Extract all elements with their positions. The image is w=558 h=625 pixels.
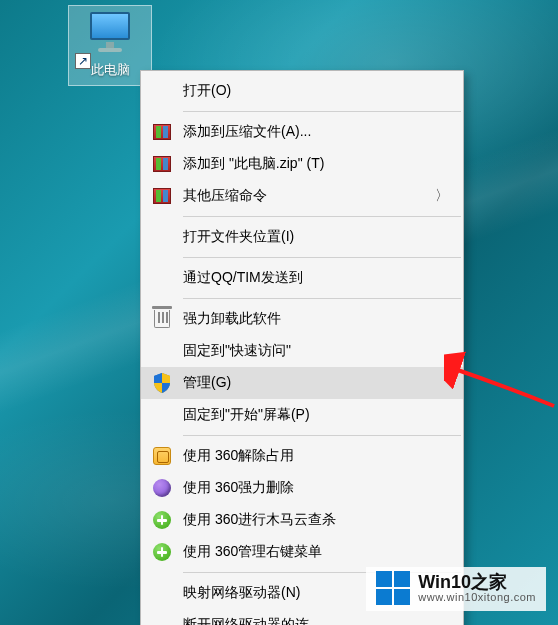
menu-360-unlock[interactable]: 使用 360解除占用 [141, 440, 463, 472]
separator [183, 216, 461, 217]
shield-icon [151, 372, 173, 394]
archive-icon [151, 153, 173, 175]
360-plus-icon [151, 509, 173, 531]
windows-logo-icon [376, 571, 410, 605]
context-menu: 打开(O) 添加到压缩文件(A)... 添加到 "此电脑.zip" (T) 其他… [140, 70, 464, 625]
menu-pin-to-start[interactable]: 固定到"开始"屏幕(P) [141, 399, 463, 431]
watermark-url: www.win10xitong.com [418, 592, 536, 604]
separator [183, 435, 461, 436]
menu-add-to-archive[interactable]: 添加到压缩文件(A)... [141, 116, 463, 148]
menu-other-archive[interactable]: 其他压缩命令 〉 [141, 180, 463, 212]
360-orb-icon [151, 477, 173, 499]
menu-manage[interactable]: 管理(G) [141, 367, 463, 399]
watermark-title: Win10之家 [418, 573, 536, 592]
menu-add-to-zip[interactable]: 添加到 "此电脑.zip" (T) [141, 148, 463, 180]
menu-open[interactable]: 打开(O) [141, 75, 463, 107]
menu-send-via-qq[interactable]: 通过QQ/TIM发送到 [141, 262, 463, 294]
menu-force-uninstall[interactable]: 强力卸载此软件 [141, 303, 463, 335]
watermark: Win10之家 www.win10xitong.com [366, 567, 546, 611]
menu-open-folder-location[interactable]: 打开文件夹位置(I) [141, 221, 463, 253]
trash-icon [151, 308, 173, 330]
separator [183, 298, 461, 299]
menu-360-force-delete[interactable]: 使用 360强力删除 [141, 472, 463, 504]
archive-icon [151, 121, 173, 143]
menu-360-cloud-scan[interactable]: 使用 360进行木马云查杀 [141, 504, 463, 536]
menu-disconnect-network-drive[interactable]: 断开网络驱动器的连 [141, 609, 463, 625]
menu-pin-quick-access[interactable]: 固定到"快速访问" [141, 335, 463, 367]
360-plus-icon [151, 541, 173, 563]
shortcut-arrow-icon: ↗ [75, 53, 91, 69]
computer-icon [80, 10, 140, 56]
menu-360-context-manage[interactable]: 使用 360管理右键菜单 [141, 536, 463, 568]
archive-icon [151, 185, 173, 207]
submenu-arrow-icon: 〉 [435, 187, 449, 205]
360-box-icon [151, 445, 173, 467]
separator [183, 257, 461, 258]
separator [183, 111, 461, 112]
